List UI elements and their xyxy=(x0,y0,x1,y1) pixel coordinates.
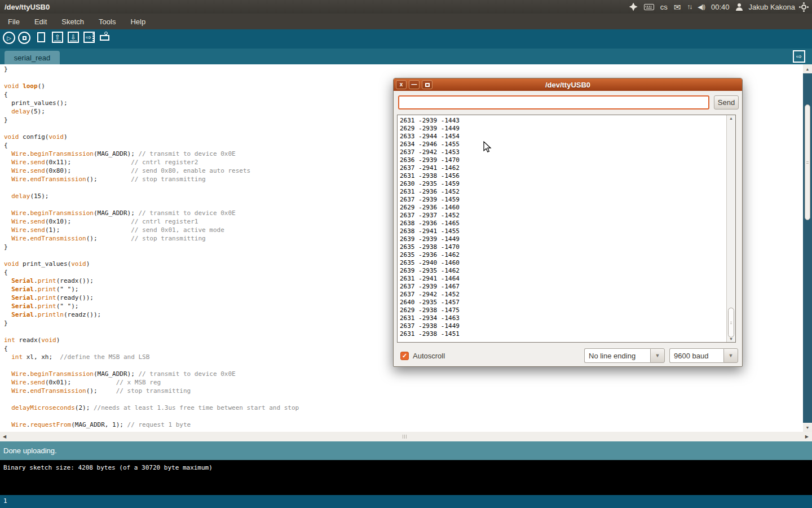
close-icon: x xyxy=(400,82,403,87)
editor-vscrollbar[interactable]: ▲ ▼ xyxy=(803,64,812,432)
scroll-down-icon[interactable]: ▼ xyxy=(803,423,812,432)
baud-rate-select[interactable]: 9600 baud ▼ xyxy=(669,348,738,363)
stop-button[interactable] xyxy=(18,32,30,44)
menu-help[interactable]: Help xyxy=(130,17,145,26)
stop-icon xyxy=(23,36,27,40)
console-text: Binary sketch size: 4208 bytes (of a 307… xyxy=(3,464,213,471)
user-icon[interactable] xyxy=(736,3,743,11)
menu-file[interactable]: File xyxy=(8,17,20,26)
chevron-down-icon[interactable]: ▼ xyxy=(650,348,665,363)
new-file-icon xyxy=(37,32,45,42)
serial-scroll-up-icon[interactable]: ▲ xyxy=(727,116,735,120)
baud-rate-value: 9600 baud xyxy=(669,348,723,363)
chevron-down-icon[interactable]: ▼ xyxy=(723,348,738,363)
serial-monitor-button[interactable] xyxy=(100,32,109,41)
network-icon[interactable]: ↑↓ xyxy=(687,3,691,11)
system-tray: cs ✉ ↑↓ ◀)) 00:40 Jakub Kakona xyxy=(629,3,812,11)
save-button[interactable]: ⇩ xyxy=(68,32,79,43)
serial-window-title: /dev/ttyUSB0 xyxy=(394,81,742,89)
serial-output-area[interactable]: 2631 -2939 -1443 2629 -2939 -1449 2633 -… xyxy=(397,115,736,343)
menu-tools[interactable]: Tools xyxy=(99,17,116,26)
open-button[interactable]: ⇧ xyxy=(52,32,63,43)
serial-monitor-icon xyxy=(100,35,109,41)
code-text: } void loop(){ print_values(); delay(5);… xyxy=(4,65,299,429)
close-button[interactable]: x xyxy=(396,80,407,89)
scroll-up-icon[interactable]: ▲ xyxy=(803,64,812,73)
session-gear-icon[interactable] xyxy=(801,5,806,10)
tab-serial-read[interactable]: serial_read xyxy=(5,51,60,64)
menu-sketch[interactable]: Sketch xyxy=(61,17,84,26)
keyboard-icon[interactable] xyxy=(644,4,654,10)
new-sketch-button[interactable] xyxy=(37,32,45,42)
minimize-button[interactable]: — xyxy=(409,80,420,89)
line-ending-value: No line ending xyxy=(584,348,650,363)
check-icon: ✓ xyxy=(402,353,407,359)
clock[interactable]: 00:40 xyxy=(711,3,730,11)
pinwheel-icon[interactable] xyxy=(629,3,638,11)
status-message: Done uploading. xyxy=(3,446,57,455)
editor-vscroll-thumb[interactable] xyxy=(805,104,810,220)
status-bar: Done uploading. xyxy=(0,441,812,460)
upload-icon: ⇨ xyxy=(86,33,94,41)
menu-bar: File Edit Sketch Tools Help xyxy=(0,14,812,29)
send-button[interactable]: Send xyxy=(714,95,739,110)
serial-titlebar[interactable]: x — /dev/ttyUSB0 xyxy=(394,78,742,91)
volume-icon[interactable]: ◀)) xyxy=(698,3,705,11)
mouse-cursor xyxy=(483,141,492,154)
autoscroll-label: Autoscroll xyxy=(413,352,445,360)
window-title: /dev/ttyUSB0 xyxy=(0,3,50,11)
line-ending-select[interactable]: No line ending ▼ xyxy=(584,348,665,363)
scroll-right-icon[interactable]: ▶ xyxy=(805,434,809,439)
serial-vscrollbar[interactable]: ▲ ▼ xyxy=(726,115,735,342)
autoscroll-checkbox[interactable]: ✓ xyxy=(400,352,409,360)
mail-icon[interactable]: ✉ xyxy=(674,3,681,11)
open-icon: ⇧ xyxy=(53,33,62,42)
menu-edit[interactable]: Edit xyxy=(34,17,47,26)
verify-button[interactable]: ▷ xyxy=(3,32,15,44)
line-number-bar: 1 xyxy=(0,495,812,508)
play-icon: ▷ xyxy=(7,35,11,41)
minimize-icon: — xyxy=(412,82,417,87)
user-name[interactable]: Jakub Kakona xyxy=(749,3,795,11)
serial-vscroll-thumb[interactable] xyxy=(728,308,734,338)
top-panel: /dev/ttyUSB0 cs ✉ ↑↓ ◀)) 00:40 Jakub Kak… xyxy=(0,0,812,14)
toolbar: ▷ ⇧ ⇩ ⇨ xyxy=(0,29,812,49)
keyboard-layout-label[interactable]: cs xyxy=(660,3,668,11)
tab-label: serial_read xyxy=(14,54,50,62)
editor-hscroll-thumb[interactable] xyxy=(403,435,408,439)
build-console: Binary sketch size: 4208 bytes (of a 307… xyxy=(0,460,812,495)
tab-menu-icon: ⇨ xyxy=(796,52,802,60)
tab-strip: serial_read ⇨ xyxy=(0,49,812,64)
upload-button[interactable]: ⇨ xyxy=(83,32,95,43)
serial-scroll-down-icon[interactable]: ▼ xyxy=(727,337,735,341)
tab-menu-button[interactable]: ⇨ xyxy=(793,50,805,63)
save-icon: ⇩ xyxy=(69,33,78,42)
serial-send-input[interactable] xyxy=(398,95,709,110)
line-number: 1 xyxy=(3,497,7,505)
maximize-button[interactable] xyxy=(422,80,433,89)
serial-monitor-window: x — /dev/ttyUSB0 Send 2631 -2939 -1443 2… xyxy=(393,78,743,367)
scroll-left-icon[interactable]: ◀ xyxy=(3,434,6,439)
editor-hscrollbar[interactable]: ◀ ▶ xyxy=(0,432,812,441)
maximize-icon xyxy=(425,83,430,87)
send-label: Send xyxy=(718,98,735,107)
serial-output-text: 2631 -2939 -1443 2629 -2939 -1449 2633 -… xyxy=(400,117,460,338)
serial-bottom-bar: ✓ Autoscroll No line ending ▼ 9600 baud … xyxy=(394,348,742,364)
